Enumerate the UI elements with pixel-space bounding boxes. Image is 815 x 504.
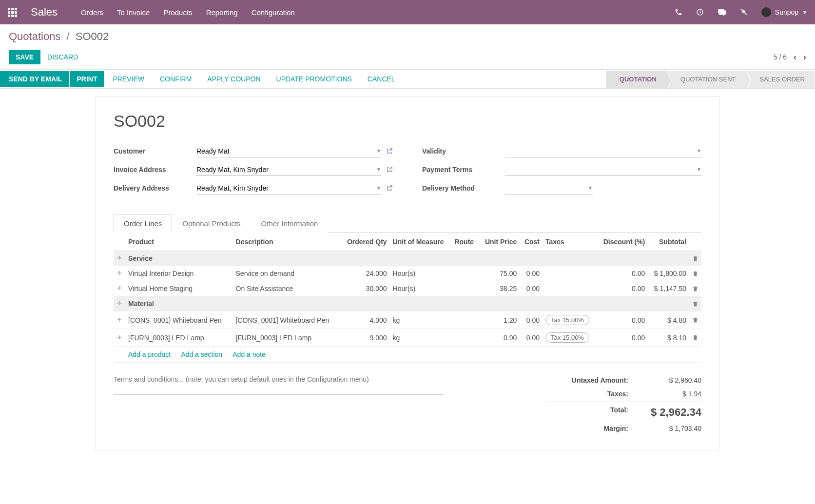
stage-quotation-sent[interactable]: QUOTATION SENT [667,71,746,88]
cell-uom[interactable]: kg [390,311,452,329]
cell-subtotal[interactable]: $ 1,147.50 [648,281,689,296]
delete-row-icon[interactable] [689,311,701,329]
validity-input[interactable] [505,147,697,155]
table-row[interactable]: Virtual Interior DesignService on demand… [114,266,701,281]
tools-icon[interactable] [740,8,748,16]
nav-configuration[interactable]: Configuration [252,8,295,17]
cell-uom[interactable]: kg [390,329,452,347]
tab-optional-products[interactable]: Optional Products [172,214,251,233]
dropdown-icon[interactable]: ▼ [376,185,381,191]
cell-taxes[interactable]: Tax 15.00% [543,311,596,329]
chat-icon[interactable] [718,8,726,16]
external-link-icon[interactable] [386,148,393,155]
col-uom[interactable]: Unit of Measure [390,233,452,251]
delete-row-icon[interactable] [689,281,701,296]
cell-qty[interactable]: 24.000 [340,266,390,281]
cell-unit-price[interactable]: 0.90 [479,329,520,347]
table-row[interactable]: [FURN_0003] LED Lamp[FURN_0003] LED Lamp… [114,329,701,347]
pager-next-icon[interactable]: › [803,52,806,62]
customer-input[interactable] [196,147,376,155]
col-taxes[interactable]: Taxes [543,233,596,251]
col-discount[interactable]: Discount (%) [596,233,648,251]
delete-row-icon[interactable] [689,296,701,311]
cell-description[interactable]: On Site Assistance [233,281,341,296]
col-route[interactable]: Route [451,233,479,251]
tab-other-information[interactable]: Other Information [251,214,329,233]
cancel-button[interactable]: CANCEL [360,71,403,87]
cell-route[interactable] [451,266,479,281]
clock-icon[interactable] [696,8,704,16]
table-row[interactable]: [CONS_0001] Whiteboard Pen[CONS_0001] Wh… [114,311,701,329]
drag-handle-icon[interactable] [114,311,125,329]
col-ordered-qty[interactable]: Ordered Qty [340,233,390,251]
apply-coupon-button[interactable]: APPLY COUPON [199,71,268,87]
cell-discount[interactable]: 0.00 [596,311,648,329]
section-row[interactable]: Service [114,251,701,266]
nav-orders[interactable]: Orders [81,8,103,17]
delete-row-icon[interactable] [689,329,701,347]
app-brand[interactable]: Sales [31,6,58,19]
drag-handle-icon[interactable] [114,281,125,296]
phone-icon[interactable] [675,8,682,16]
cell-unit-price[interactable]: 1.20 [479,311,520,329]
delivery-method-field[interactable]: ▼ [505,182,593,194]
cell-qty[interactable]: 30.000 [340,281,390,296]
cell-discount[interactable]: 0.00 [596,281,648,296]
section-name[interactable]: Material [125,296,689,311]
delivery-method-input[interactable] [505,184,588,192]
drag-handle-icon[interactable] [114,296,125,311]
save-button[interactable]: SAVE [9,50,40,64]
cell-subtotal[interactable]: $ 1,800.00 [648,266,689,281]
cell-discount[interactable]: 0.00 [596,266,648,281]
drag-handle-icon[interactable] [114,266,125,281]
cell-cost[interactable]: 0.00 [520,266,543,281]
user-menu[interactable]: Sunpop ▼ [761,7,807,17]
cell-route[interactable] [451,329,479,347]
terms-input[interactable] [114,373,444,395]
cell-unit-price[interactable]: 38.25 [479,281,520,296]
cell-description[interactable]: [FURN_0003] LED Lamp [233,329,341,347]
tax-badge[interactable]: Tax 15.00% [545,332,589,343]
delivery-address-field[interactable]: ▼ [196,182,381,194]
cell-qty[interactable]: 9.000 [340,329,390,347]
cell-taxes[interactable] [543,266,596,281]
dropdown-icon[interactable]: ▼ [697,167,701,172]
cell-route[interactable] [451,311,479,329]
tab-order-lines[interactable]: Order Lines [114,214,172,233]
stage-sales-order[interactable]: SALES ORDER [746,71,815,88]
add-product-link[interactable]: Add a product [128,350,171,358]
delete-row-icon[interactable] [689,266,701,281]
col-description[interactable]: Description [233,233,341,251]
stage-quotation[interactable]: QUOTATION [606,71,667,88]
cell-subtotal[interactable]: $ 4.80 [648,311,689,329]
cell-product[interactable]: Virtual Interior Design [125,266,233,281]
cell-description[interactable]: [CONS_0001] Whiteboard Pen [233,311,341,329]
preview-button[interactable]: PREVIEW [105,71,152,87]
customer-field[interactable]: ▼ [196,145,381,157]
cell-product[interactable]: [FURN_0003] LED Lamp [125,329,233,347]
cell-subtotal[interactable]: $ 8.10 [648,329,689,347]
payment-terms-field[interactable]: ▼ [505,164,701,176]
cell-product[interactable]: Virtual Home Staging [125,281,233,296]
payment-terms-input[interactable] [505,166,697,174]
external-link-icon[interactable] [386,166,393,173]
breadcrumb-root[interactable]: Quotations [9,30,60,42]
nav-to-invoice[interactable]: To Invoice [117,8,150,17]
confirm-button[interactable]: CONFIRM [152,71,199,87]
dropdown-icon[interactable]: ▼ [376,167,381,172]
dropdown-icon[interactable]: ▼ [697,148,701,154]
cell-cost[interactable]: 0.00 [520,281,543,296]
send-by-email-button[interactable]: SEND BY EMAIL [0,71,69,87]
invoice-address-field[interactable]: ▼ [196,164,381,176]
cell-discount[interactable]: 0.00 [596,329,648,347]
cell-product[interactable]: [CONS_0001] Whiteboard Pen [125,311,233,329]
drag-handle-icon[interactable] [114,329,125,347]
col-unit-price[interactable]: Unit Price [479,233,520,251]
cell-route[interactable] [451,281,479,296]
add-note-link[interactable]: Add a note [233,350,266,358]
cell-taxes[interactable]: Tax 15.00% [543,329,596,347]
dropdown-icon[interactable]: ▼ [376,148,381,154]
add-section-link[interactable]: Add a section [181,350,222,358]
validity-field[interactable]: ▼ [505,145,701,157]
section-row[interactable]: Material [114,296,701,311]
